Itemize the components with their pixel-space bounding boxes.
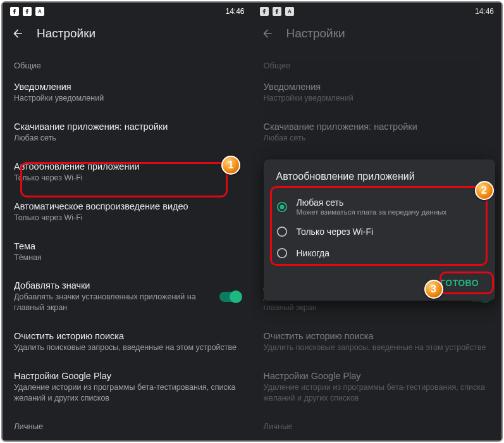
header: Настройки [3, 20, 252, 52]
svg-point-11 [277, 249, 286, 258]
item-title: Уведомления [14, 82, 241, 92]
item-title: Настройки Google Play [14, 371, 241, 381]
section-general: Общие [252, 52, 502, 73]
item-title: Скачивание приложения: настройки [264, 122, 491, 132]
header: Настройки [252, 20, 502, 52]
svg-text:A: A [38, 9, 42, 15]
app-icon: A [285, 7, 294, 16]
facebook-icon [273, 7, 281, 16]
radio-sub: Может взиматься плата за передачу данных [297, 208, 447, 216]
item-title: Добавлять значки [14, 280, 214, 290]
section-personal: Личные [252, 413, 502, 434]
item-title: Автообновление приложений [14, 161, 241, 172]
item-notifications[interactable]: Уведомления Настройки уведомлений [252, 73, 502, 113]
page-title: Настройки [37, 27, 95, 41]
item-title: Очистить историю поиска [14, 331, 241, 341]
item-play-settings[interactable]: Настройки Google Play Удаление истории и… [3, 362, 252, 413]
done-button[interactable]: ГОТОВО [434, 273, 485, 293]
radio-label: Любая сеть [297, 197, 447, 208]
radio-checked-icon [276, 201, 288, 213]
item-sub: Тёмная [14, 253, 241, 263]
status-bar: A 14:46 [3, 3, 252, 20]
item-title: Уведомления [264, 82, 491, 92]
section-personal: Личные [3, 413, 252, 434]
screen-settings-right: A 14:46 Настройки Общие Уведомления Наст… [252, 3, 502, 440]
back-arrow-icon[interactable] [11, 27, 24, 40]
item-sub: Добавлять значки установленных приложени… [14, 292, 214, 313]
back-arrow-icon[interactable] [261, 27, 274, 40]
svg-text:A: A [288, 9, 292, 15]
item-sub: Настройки уведомлений [14, 93, 241, 104]
item-title: Тема [14, 241, 241, 251]
item-play-settings[interactable]: Настройки Google Play Удаление истории и… [252, 362, 502, 413]
item-sub: Только через Wi-Fi [14, 173, 241, 184]
item-sub: Только через Wi-Fi [14, 213, 241, 223]
item-title: Очистить историю поиска [264, 331, 491, 341]
item-clear-history[interactable]: Очистить историю поиска Удалить поисковы… [252, 322, 502, 362]
item-autoupdate[interactable]: Автообновление приложений Только через W… [3, 153, 252, 192]
status-bar: A 14:46 [252, 3, 502, 20]
item-title: Автоматическое воспроизведение видео [14, 201, 241, 211]
svg-point-9 [280, 204, 284, 209]
facebook-icon [260, 7, 269, 16]
radio-label: Только через Wi-Fi [297, 227, 374, 237]
item-notifications[interactable]: Уведомления Настройки уведомлений [3, 73, 252, 113]
section-general: Общие [3, 52, 252, 73]
item-sub: Любая сеть [14, 133, 241, 144]
svg-point-10 [277, 227, 286, 236]
status-time: 14:46 [225, 7, 244, 16]
item-sub: Любая сеть [264, 133, 491, 144]
screen-settings-left: A 14:46 Настройки Общие Уведомления Наст… [3, 3, 252, 440]
page-title: Настройки [286, 27, 345, 41]
dialog-autoupdate: Автообновление приложений Любая сеть Мож… [264, 159, 496, 301]
facebook-icon [23, 7, 32, 16]
dialog-title: Автообновление приложений [274, 171, 486, 182]
item-clear-history[interactable]: Очистить историю поиска Удалить поисковы… [3, 322, 252, 362]
item-theme[interactable]: Тема Тёмная [3, 232, 252, 272]
item-title: Настройки Google Play [264, 371, 491, 381]
item-title: Скачивание приложения: настройки [14, 122, 241, 132]
item-sub: Удаление истории из программы бета-тести… [264, 382, 491, 404]
radio-wifi-only[interactable]: Только через Wi-Fi [274, 221, 486, 242]
radio-any-network[interactable]: Любая сеть Может взиматься плата за пере… [274, 192, 486, 221]
item-sub: Удаление истории из программы бета-тести… [14, 382, 241, 404]
radio-unchecked-icon [276, 226, 288, 237]
item-autoplay[interactable]: Автоматическое воспроизведение видео Тол… [3, 192, 252, 232]
item-sub: Удалить поисковые запросы, введенные на … [14, 342, 241, 353]
radio-never[interactable]: Никогда [274, 242, 486, 264]
app-icon: A [35, 7, 44, 16]
item-download[interactable]: Скачивание приложения: настройки Любая с… [3, 113, 252, 153]
status-time: 14:46 [475, 7, 494, 16]
item-download[interactable]: Скачивание приложения: настройки Любая с… [252, 113, 502, 153]
item-sub: Настройки уведомлений [264, 93, 491, 104]
item-icons[interactable]: Добавлять значки Добавлять значки устано… [3, 271, 252, 322]
toggle-icons[interactable] [219, 292, 241, 302]
facebook-icon [10, 7, 19, 16]
item-sub: Удалить поисковые запросы, введенные на … [264, 342, 491, 353]
radio-unchecked-icon [276, 247, 288, 259]
radio-label: Никогда [297, 248, 329, 258]
